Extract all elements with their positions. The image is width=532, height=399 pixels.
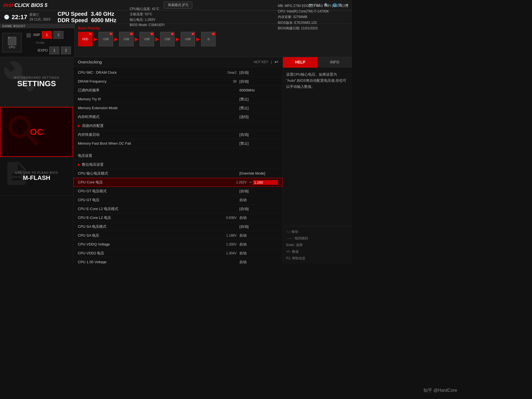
boot-device-4[interactable]: UUSB — [160, 32, 175, 46]
xmp-row: ▦ XMP 1 2 — [26, 31, 71, 39]
iexpo-btn-2[interactable]: 2 — [61, 47, 71, 54]
row-value: 6000MHz — [239, 88, 278, 92]
right-tabs: HELP INFO — [283, 57, 352, 68]
cpu-boost-icon[interactable]: ⬛ CPU — [2, 33, 22, 52]
table-row[interactable]: CPU 1.05 Voltage自动 — [73, 258, 283, 264]
hotkey-area: HOT KEY | ↩ — [254, 59, 278, 65]
row-value: [自动] — [239, 206, 278, 211]
table-row[interactable]: 内存快速启动[自动] — [73, 130, 283, 139]
row-name: CPU 1.05 Voltage — [78, 260, 239, 264]
gameboost-label: GAME BOOST — [0, 24, 75, 28]
table-row[interactable]: ▶数位电压设置 — [73, 160, 283, 169]
table-row[interactable]: 已调内存频率6000MHz — [73, 86, 283, 95]
boot-arrow: ▶ — [135, 36, 139, 42]
table-row[interactable]: CPU VDDQ Voltage1.300V自动 — [73, 240, 283, 249]
ddr-speed-value: 6000 MHz — [91, 17, 116, 23]
row-value-input[interactable] — [253, 180, 278, 185]
help-footer: ↑↓: 移动→←: 组间跳转Enter: 选择+/-: 数值F1: 帮助信息 — [283, 226, 352, 264]
iexpo-label: iEXPO — [38, 48, 48, 52]
top-bar-center: 简易模式 (F7) — [164, 2, 192, 9]
boot-device-0[interactable]: UHDD — [78, 32, 93, 46]
tab-help[interactable]: HELP — [283, 57, 318, 68]
row-name: Memory Extension Mode — [78, 106, 239, 110]
boot-device-2[interactable]: UUSB — [119, 32, 134, 46]
row-name: CPU Core 电压 — [78, 180, 230, 185]
table-row[interactable]: 内存时序模式[连结] — [73, 112, 283, 121]
tab-info[interactable]: INFO — [318, 57, 352, 68]
date: 29 11月, 2023 — [29, 17, 50, 22]
boot-device-3[interactable]: UUSB — [140, 32, 154, 46]
row-value-secondary: 1.188V — [220, 234, 237, 237]
row-name: 内存时序模式 — [78, 114, 239, 119]
row-name: CPU GT 电压模式 — [78, 189, 239, 194]
table-row[interactable]: CPU IMC : DRAM ClockGear2[自动] — [73, 68, 283, 77]
row-name: CPU E-Core L2 电压 — [78, 215, 220, 220]
stat-item: 核心电压: 1.282V — [130, 17, 165, 22]
row-value-secondary: Gear2 — [220, 71, 237, 75]
sidebar-item-oc[interactable]: OC — [0, 107, 73, 157]
boot-badge: U — [109, 33, 112, 35]
stat-item: MB: MPG Z790 EDGE TI MAX WIFI (MS-7E25) — [278, 3, 348, 9]
clock-section: 🕐 22:17 星期三 29 11月, 2023 — [4, 12, 50, 22]
row-name: CPU E-Core L2 电压模式 — [78, 206, 239, 211]
simple-mode-button[interactable]: 简易模式 (F7) — [164, 2, 192, 9]
row-value: [禁止] — [239, 106, 278, 111]
row-value-secondary: 0.938V — [220, 216, 237, 220]
row-name: 已调内存频率 — [78, 88, 239, 93]
table-row[interactable]: CPU E-Core L2 电压模式[自动] — [73, 204, 283, 213]
table-row[interactable]: Memory Extension Mode[禁止] — [73, 104, 283, 112]
table-row[interactable]: CPU E-Core L2 电压0.938V自动 — [73, 213, 283, 222]
row-name: CPU 核心电压模式 — [78, 171, 239, 176]
table-row[interactable]: CPU 核心电压模式[Override Mode] — [73, 169, 283, 178]
clock-time: 22:17 — [12, 14, 27, 21]
cpu-speed-label: CPU Speed 3.40 GHz — [58, 11, 116, 17]
row-name: CPU GT 电压 — [78, 198, 239, 203]
sidebar-item-mflash[interactable]: Use USB to flash BIOS M-FLASH — [0, 157, 73, 196]
boot-badge: U — [212, 33, 215, 35]
edit-icon: ✏ — [249, 181, 252, 184]
settings-table: CPU IMC : DRAM ClockGear2[自动]DRAM Freque… — [73, 67, 283, 264]
row-value: [自动] — [239, 70, 278, 75]
boot-arrow: ▶ — [155, 36, 159, 42]
boot-device-label: ☰ — [207, 38, 210, 41]
row-value: [禁止] — [239, 97, 278, 102]
table-row[interactable]: CPU GT 电压模式[自动] — [73, 187, 283, 196]
boot-device-label: USB — [124, 38, 129, 41]
boot-device-6[interactable]: U☰ — [201, 32, 216, 46]
row-name: CPU VDD2 电压 — [78, 251, 220, 256]
table-row[interactable]: CPU GT 电压自动 — [73, 196, 283, 204]
table-row[interactable]: CPU Core 电压1.282V✏ — [73, 178, 283, 187]
stat-item: 内存容量: 32768MB — [278, 14, 348, 20]
row-value: 自动 — [239, 215, 278, 220]
table-row[interactable]: CPU SA 电压1.188V自动 — [73, 231, 283, 240]
main-content: Motherboard settings SETTINGS OC Use USB… — [0, 57, 352, 264]
boot-badge: U — [150, 33, 153, 35]
right-panel: HELP INFO 设置CPU核心电压。如果设置为 "Auto",BIOS将自动… — [283, 57, 352, 264]
row-name: 内存快速启动 — [78, 132, 239, 137]
row-name: 电压设置 — [78, 153, 278, 158]
table-row[interactable]: DRAM Frequency30[自动] — [73, 77, 283, 86]
row-name: CPU SA 电压 — [78, 233, 220, 238]
profile-section: ▦ XMP 1 2 Profile iEXPO 1 2 — [26, 31, 71, 54]
iexpo-btn-1[interactable]: 1 — [49, 47, 59, 54]
center-panel: Overclocking HOT KEY | ↩ CPU IMC : DRAM … — [73, 57, 283, 264]
boot-devices: UHDD▶UUSB▶UUSB▶UUSB▶UUSB▶UUSB▶U☰ — [78, 32, 349, 46]
row-expand-icon: ▶ — [78, 124, 80, 128]
table-row[interactable]: Memory Fast Boot When OC Fail[禁止] — [73, 139, 283, 148]
table-row[interactable]: CPU SA 电压模式[自动] — [73, 222, 283, 231]
gameboost-body: ⬛ CPU ▦ XMP 1 2 Profile iEXPO 1 2 — [0, 28, 75, 57]
boot-device-5[interactable]: UUSB — [181, 32, 195, 46]
xmp-btn-1[interactable]: 1 — [42, 31, 52, 39]
sidebar-item-settings[interactable]: Motherboard settings SETTINGS — [0, 57, 73, 107]
row-value: 自动 — [239, 198, 278, 203]
table-row[interactable]: CPU VDD2 电压1.304V自动 — [73, 249, 283, 258]
row-value: [自动] — [239, 224, 278, 229]
boot-device-1[interactable]: UUSB — [99, 32, 113, 46]
boot-priority-title: Boot Priority — [78, 26, 349, 30]
table-row[interactable]: ▶高级内存配置 — [73, 121, 283, 130]
back-button[interactable]: ↩ — [275, 59, 278, 65]
table-row[interactable]: Memory Try It![禁止] — [73, 95, 283, 104]
row-value-secondary: 1.282V — [230, 180, 247, 184]
xmp-btn-2[interactable]: 2 — [53, 31, 63, 39]
boot-badge: U — [191, 33, 194, 35]
